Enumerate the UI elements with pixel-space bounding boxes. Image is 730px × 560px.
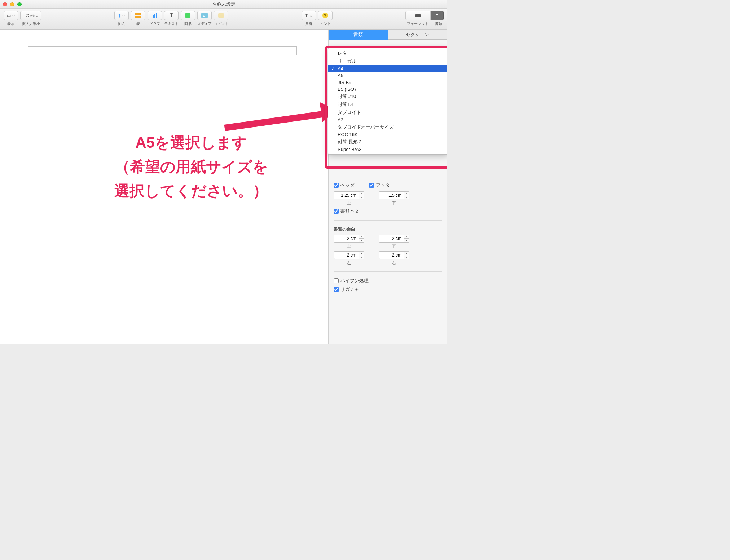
paper-size-option[interactable]: ROC 16K (328, 131, 447, 138)
hint-button[interactable]: ? (318, 11, 333, 20)
comment-label: コメント (214, 21, 228, 26)
media-button[interactable] (197, 11, 212, 20)
chart-icon (153, 13, 157, 18)
annotation-line3: 選択してください。） (65, 179, 317, 203)
footer-margin-stepper[interactable]: ▲▼ (379, 191, 409, 199)
format-icon (415, 14, 421, 17)
stepper-down-icon[interactable]: ▼ (359, 239, 364, 242)
stepper-down-icon[interactable]: ▼ (404, 255, 409, 259)
share-button[interactable]: ⬆︎⌵ (302, 11, 316, 20)
window-title: 名称未設定 (212, 1, 236, 8)
ligature-checkbox-input[interactable] (334, 287, 339, 292)
hint-label: ヒント (320, 21, 331, 26)
paper-size-option[interactable]: JIS B5 (328, 79, 447, 86)
table-label: 表 (136, 21, 140, 26)
paper-size-option[interactable]: A5 (328, 72, 447, 79)
header-margin-stepper[interactable]: ▲▼ (334, 191, 364, 199)
view-button[interactable]: ▭ ⌵ (4, 11, 18, 20)
hyphenation-checkbox[interactable]: ハイフン処理 (334, 277, 442, 284)
stepper-up-icon[interactable]: ▲ (359, 192, 364, 195)
view-label: 表示 (7, 21, 14, 26)
view-icon: ▭ ⌵ (7, 13, 14, 18)
header-table[interactable] (28, 46, 297, 55)
window-controls (3, 2, 22, 6)
insert-label: 挿入 (118, 21, 125, 26)
text-label: テキスト (164, 21, 179, 26)
margin-right-input[interactable] (379, 251, 404, 259)
margins-title: 書類の余白 (334, 226, 442, 232)
paper-size-option[interactable]: Super B/A3 (328, 146, 447, 153)
footer-checkbox[interactable]: フッタ (369, 182, 390, 188)
share-label: 共有 (305, 21, 312, 26)
paper-size-option[interactable]: 封筒 #10 (328, 93, 447, 101)
footer-checkbox-label: フッタ (376, 182, 390, 188)
stepper-down-icon[interactable]: ▼ (404, 239, 409, 242)
header-margin-input[interactable] (334, 191, 359, 199)
ligature-checkbox[interactable]: リガチャ (334, 286, 442, 293)
body-checkbox-input[interactable] (334, 209, 339, 214)
header-cell-2[interactable] (118, 47, 207, 55)
close-window-button[interactable] (3, 2, 7, 6)
body-checkbox[interactable]: 書類本文 (334, 208, 442, 214)
header-cell-1[interactable] (28, 47, 118, 55)
comment-button[interactable] (214, 11, 228, 20)
header-checkbox-input[interactable] (334, 183, 339, 188)
hint-icon: ? (322, 13, 328, 18)
margin-bottom-input[interactable] (379, 235, 404, 243)
shape-button[interactable] (181, 11, 195, 20)
header-cell-3[interactable] (207, 47, 296, 55)
header-pos-label: 上 (347, 200, 351, 206)
margin-bottom-stepper[interactable]: ▲▼ (379, 235, 409, 243)
minimize-window-button[interactable] (10, 2, 14, 6)
divider (334, 271, 442, 272)
document-icon (435, 13, 439, 18)
chart-button[interactable] (148, 11, 162, 20)
stepper-up-icon[interactable]: ▲ (359, 252, 364, 255)
margin-top-input[interactable] (334, 235, 359, 243)
format-button[interactable] (405, 11, 431, 20)
share-icon: ⬆︎ (305, 13, 308, 18)
header-checkbox[interactable]: ヘッダ (334, 182, 355, 188)
footer-pos-label: 下 (392, 200, 396, 206)
insert-button[interactable]: ¶⌵ (114, 11, 129, 20)
stepper-up-icon[interactable]: ▲ (359, 235, 364, 239)
margin-right-label: 右 (392, 260, 396, 266)
stepper-up-icon[interactable]: ▲ (404, 235, 409, 239)
footer-margin-input[interactable] (379, 191, 404, 199)
annotation-line1: A5を選択します (65, 130, 317, 155)
tab-section[interactable]: セクション (388, 30, 448, 40)
paper-size-option[interactable]: レター (328, 49, 447, 57)
paper-size-option[interactable]: A4 (328, 65, 447, 72)
stepper-up-icon[interactable]: ▲ (404, 192, 409, 195)
annotation-text: A5を選択します （希望の用紙サイズを 選択してください。） (65, 130, 317, 203)
stepper-down-icon[interactable]: ▼ (404, 195, 409, 199)
table-button[interactable] (131, 11, 145, 20)
stepper-up-icon[interactable]: ▲ (404, 252, 409, 255)
document-canvas[interactable]: A5を選択します （希望の用紙サイズを 選択してください。） (0, 30, 328, 344)
stepper-down-icon[interactable]: ▼ (359, 195, 364, 199)
text-icon: T (170, 12, 173, 19)
stepper-down-icon[interactable]: ▼ (359, 255, 364, 259)
paper-size-option[interactable]: A3 (328, 116, 447, 123)
titlebar: 名称未設定 (0, 0, 447, 9)
paper-size-option[interactable]: 封筒 DL (328, 101, 447, 108)
zoom-window-button[interactable] (17, 2, 22, 6)
document-button[interactable] (431, 11, 444, 20)
comment-icon (218, 13, 224, 18)
margin-right-stepper[interactable]: ▲▼ (379, 251, 409, 259)
paper-size-option[interactable]: タブロイドオーバーサイズ (328, 123, 447, 131)
paper-size-option[interactable]: リーガル (328, 57, 447, 65)
text-button[interactable]: T (164, 11, 179, 20)
hyphenation-checkbox-input[interactable] (334, 278, 339, 283)
tab-document[interactable]: 書類 (329, 30, 388, 40)
header-checkbox-label: ヘッダ (340, 182, 355, 188)
footer-checkbox-input[interactable] (369, 183, 374, 188)
paper-size-option[interactable]: B5 (ISO) (328, 86, 447, 93)
paper-size-option[interactable]: 封筒 長形 3 (328, 138, 447, 146)
margin-left-input[interactable] (334, 251, 359, 259)
zoom-dropdown[interactable]: 125% ⌵ (20, 11, 41, 20)
margin-left-stepper[interactable]: ▲▼ (334, 251, 364, 259)
inspector-tabs: 書類 セクション (329, 30, 447, 40)
paper-size-option[interactable]: タブロイド (328, 108, 447, 116)
margin-top-stepper[interactable]: ▲▼ (334, 235, 364, 243)
